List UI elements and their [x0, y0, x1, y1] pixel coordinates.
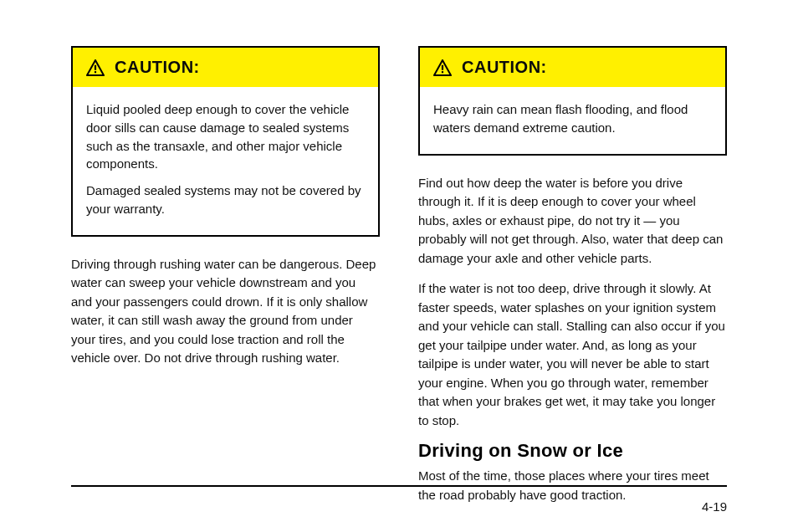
right-after-p1: Find out how deep the water is before yo…	[418, 174, 727, 269]
caution-body-left: Liquid pooled deep enough to cover the v…	[73, 87, 378, 235]
caution-title-right: CAUTION:	[462, 58, 547, 77]
right-column: CAUTION: Heavy rain can mean flash flood…	[418, 46, 727, 504]
left-body-p1: Driving through rushing water can be dan…	[71, 255, 380, 368]
warning-triangle-icon	[433, 59, 452, 76]
caution-box-right: CAUTION: Heavy rain can mean flash flood…	[418, 46, 727, 156]
section-heading: Driving on Snow or Ice	[418, 440, 727, 462]
left-body-text: Driving through rushing water can be dan…	[71, 255, 380, 368]
caution-header-left: CAUTION:	[73, 48, 378, 87]
svg-rect-3	[442, 71, 443, 73]
svg-rect-1	[95, 71, 96, 73]
caution-right-p1: Heavy rain can mean flash flooding, and …	[433, 100, 712, 137]
right-after-caution: Find out how deep the water is before yo…	[418, 174, 727, 431]
warning-triangle-icon	[86, 59, 105, 76]
caution-body-right: Heavy rain can mean flash flooding, and …	[420, 87, 725, 154]
footer-rule	[71, 485, 727, 487]
left-column: CAUTION: Liquid pooled deep enough to co…	[71, 46, 380, 504]
caution-left-p1: Liquid pooled deep enough to cover the v…	[86, 100, 365, 173]
svg-rect-0	[95, 64, 96, 69]
svg-rect-2	[442, 64, 443, 69]
page-number: 4-19	[702, 499, 727, 514]
right-after-p2: If the water is not too deep, drive thro…	[418, 279, 727, 430]
caution-header-right: CAUTION:	[420, 48, 725, 87]
caution-title-left: CAUTION:	[115, 58, 200, 77]
caution-box-left: CAUTION: Liquid pooled deep enough to co…	[71, 46, 380, 237]
caution-left-p2: Damaged sealed systems may not be covere…	[86, 182, 365, 218]
